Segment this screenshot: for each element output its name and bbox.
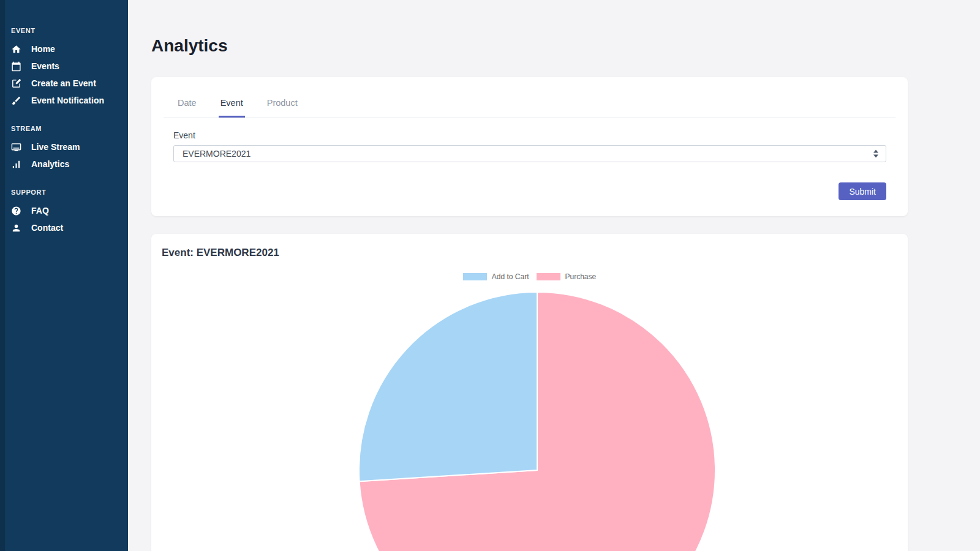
calendar-icon bbox=[11, 61, 21, 72]
sidebar-item-label: Create an Event bbox=[31, 78, 96, 89]
legend-swatch-blue bbox=[463, 273, 487, 280]
sidebar-item-create-event[interactable]: Create an Event bbox=[11, 75, 128, 92]
chart-title: Event: EVERMORE2021 bbox=[162, 247, 897, 259]
tab-date[interactable]: Date bbox=[176, 77, 198, 118]
sidebar-item-label: Live Stream bbox=[31, 142, 80, 152]
chart-legend: Add to Cart Purchase bbox=[151, 273, 908, 280]
sidebar-section-event: EVENT Home Events Create an Event Event … bbox=[11, 27, 128, 109]
event-select-value: EVERMORE2021 bbox=[183, 149, 251, 159]
pie-slice-add-to-cart[interactable] bbox=[359, 292, 537, 481]
help-icon bbox=[11, 206, 21, 216]
sidebar-section-stream: STREAM Live Stream Analytics bbox=[11, 125, 128, 173]
sidebar-item-events[interactable]: Events bbox=[11, 58, 128, 75]
sidebar-item-contact[interactable]: Contact bbox=[11, 219, 128, 236]
submit-row: Submit bbox=[151, 162, 908, 216]
sidebar-item-label: Contact bbox=[31, 223, 63, 233]
tv-icon bbox=[11, 142, 21, 152]
sidebar-item-analytics[interactable]: Analytics bbox=[11, 156, 128, 173]
section-label-event: EVENT bbox=[11, 27, 128, 34]
event-field-label: Event bbox=[173, 130, 886, 141]
pie-chart-area bbox=[151, 291, 908, 551]
sidebar-item-label: FAQ bbox=[31, 206, 49, 216]
person-icon bbox=[11, 223, 21, 233]
sidebar: EVENT Home Events Create an Event Event … bbox=[0, 0, 128, 551]
sidebar-item-label: Events bbox=[31, 61, 59, 72]
legend-label: Add to Cart bbox=[492, 273, 529, 280]
sidebar-item-home[interactable]: Home bbox=[11, 40, 128, 58]
page-title: Analytics bbox=[151, 36, 980, 56]
bar-chart-icon bbox=[11, 159, 21, 170]
sidebar-item-event-notification[interactable]: Event Notification bbox=[11, 92, 128, 109]
main-content: Analytics Date Event Product Event EVERM… bbox=[128, 0, 980, 551]
filter-card: Date Event Product Event EVERMORE2021 Su… bbox=[151, 77, 908, 216]
legend-label: Purchase bbox=[565, 273, 597, 280]
tab-product[interactable]: Product bbox=[265, 77, 300, 118]
chart-card: Event: EVERMORE2021 Add to Cart Purchase bbox=[151, 234, 908, 551]
home-icon bbox=[11, 44, 21, 54]
sidebar-section-support: SUPPORT FAQ Contact bbox=[11, 189, 128, 236]
brush-icon bbox=[11, 96, 21, 106]
event-form: Event EVERMORE2021 bbox=[151, 118, 908, 162]
edit-square-icon bbox=[11, 78, 21, 89]
sidebar-item-faq[interactable]: FAQ bbox=[11, 202, 128, 219]
legend-item-purchase[interactable]: Purchase bbox=[537, 273, 597, 280]
sidebar-item-label: Event Notification bbox=[31, 96, 104, 106]
tab-event[interactable]: Event bbox=[219, 77, 245, 118]
section-label-support: SUPPORT bbox=[11, 189, 128, 196]
legend-swatch-pink bbox=[537, 273, 560, 280]
sidebar-item-label: Analytics bbox=[31, 159, 69, 170]
legend-item-add-to-cart[interactable]: Add to Cart bbox=[463, 273, 529, 280]
select-stepper-icon bbox=[873, 150, 878, 158]
pie-chart bbox=[151, 291, 908, 551]
sidebar-item-live-stream[interactable]: Live Stream bbox=[11, 138, 128, 156]
submit-button[interactable]: Submit bbox=[839, 182, 886, 200]
section-label-stream: STREAM bbox=[11, 125, 128, 132]
tab-bar: Date Event Product bbox=[151, 77, 908, 118]
event-select[interactable]: EVERMORE2021 bbox=[173, 145, 886, 162]
sidebar-item-label: Home bbox=[31, 44, 55, 54]
